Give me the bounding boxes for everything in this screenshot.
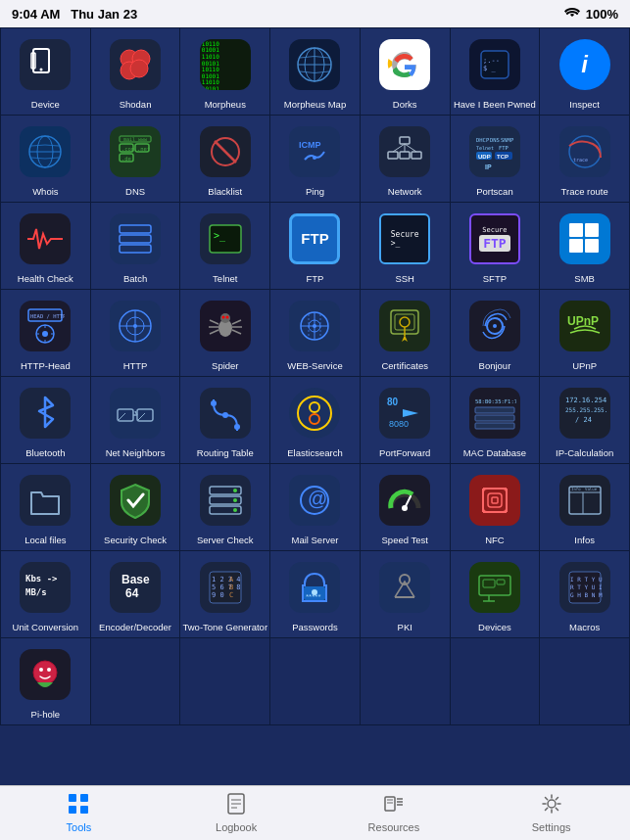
grid-item-morpheus-map[interactable]: Morpheus Map (270, 28, 360, 115)
grid-item-portforward[interactable]: 80 8080 PortForward (361, 377, 450, 463)
pi-hole-icon (25, 655, 65, 694)
tab-bar: Tools Logbook Resources (0, 785, 630, 840)
dns-label: DNS (93, 186, 178, 197)
svg-text:HEAD / HTTP/1.1: HEAD / HTTP/1.1 (30, 313, 65, 319)
grid-item-elasticsearch[interactable]: Elasticsearch (270, 377, 360, 463)
svg-point-155 (400, 575, 410, 584)
grid-item-shodan[interactable]: Shodan (91, 28, 180, 115)
grid-item-bonjour[interactable]: Bonjour (451, 290, 540, 376)
grid-item-macros[interactable]: I R T Y U R T Y U I G H B N M Macros (540, 551, 629, 637)
grid-item-batch[interactable]: Batch (91, 203, 180, 289)
tab-logbook[interactable]: Logbook (158, 789, 315, 837)
net-neighbors-label: Net Neighbors (93, 447, 178, 458)
grid-item-inspect[interactable]: i Inspect (540, 28, 629, 115)
grid-item-unit-conversion[interactable]: Kbs -> MB/s Unit Conversion (1, 551, 90, 637)
grid-item-mac-database[interactable]: 58:B0:35:F1:7A:55 MAC Database (451, 377, 540, 463)
pki-label: PKI (363, 622, 448, 632)
svg-rect-125 (483, 489, 507, 512)
tab-tools[interactable]: Tools (0, 789, 158, 837)
grid-item-pi-hole[interactable]: Pi-hole (1, 638, 90, 724)
svg-point-104 (310, 414, 319, 424)
grid-item-dorks[interactable]: Dorks (361, 28, 450, 115)
grid-item-devices[interactable]: Devices (451, 551, 540, 637)
two-tone-icon: 1 2 3 4 5 6 7 8 9 0 A B C (206, 568, 245, 607)
grid-item-server-check[interactable]: Server Check (180, 464, 269, 550)
grid-item-infos[interactable]: Info Value Infos (540, 464, 629, 550)
grid-item-device[interactable]: Device (1, 28, 90, 115)
svg-text:5 6 7 8: 5 6 7 8 (212, 583, 241, 591)
ftp-text: FTP (301, 230, 328, 247)
portscan-icon: DHCP DNS SNMP Telnet FTP UDP TCP IP (473, 130, 516, 173)
svg-text:UDP: UDP (478, 154, 491, 160)
grid-item-healthcheck[interactable]: Health Check (1, 203, 90, 289)
svg-text:/ 24: / 24 (575, 416, 592, 424)
grid-item-speed-test[interactable]: Speed Test (361, 464, 450, 550)
grid-item-ping[interactable]: ICMP Ping (270, 116, 360, 202)
svg-rect-110 (475, 415, 514, 421)
grid-item-morpheus[interactable]: 1011001001110100010110110010011101000101… (180, 28, 269, 115)
two-tone-label: Two-Tone Generator (182, 622, 267, 632)
macros-label: Macros (542, 622, 627, 632)
grid-item-http-head[interactable]: HEAD / HTTP/1.1 HTTP-Head (1, 290, 90, 376)
grid-item-hibp[interactable]: ;.-- $ _ Have I Been Pwned (451, 28, 540, 115)
encoder-decoder-icon: Base 64 (114, 566, 157, 609)
grid-item-sftp[interactable]: Secure FTP SFTP (451, 203, 540, 289)
grid-empty-2 (180, 638, 269, 724)
grid-item-ip-calculation[interactable]: 172.16.254.1 255.255.255.0 / 24 IP-Calcu… (540, 377, 629, 463)
app-grid: Device Shodan 10110010011101000101101100… (0, 27, 630, 725)
grid-item-telnet[interactable]: >_ Telnet (180, 203, 269, 289)
grid-item-security-check[interactable]: Security Check (91, 464, 180, 550)
grid-item-blacklist[interactable]: Blacklist (180, 116, 269, 202)
svg-text:58:B0:35:F1:7A:55: 58:B0:35:F1:7A:55 (475, 398, 516, 404)
svg-point-71 (220, 313, 230, 323)
grid-item-smb[interactable]: SMB (540, 203, 629, 289)
grid-item-routing-table[interactable]: Routing Table (180, 377, 269, 463)
svg-rect-158 (483, 580, 495, 587)
server-check-icon (206, 481, 245, 520)
tab-settings-label: Settings (532, 821, 571, 833)
grid-item-passwords[interactable]: ***** Passwords (270, 551, 360, 637)
grid-item-bluetooth[interactable]: Bluetooth (1, 377, 90, 463)
tab-settings[interactable]: Settings (472, 789, 630, 837)
grid-item-encoder-decoder[interactable]: Base 64 Encoder/Decoder (91, 551, 180, 637)
morpheus-matrix: 1011001001110100010110110010011101000101 (200, 39, 251, 90)
shodan-label: Shodan (93, 99, 178, 110)
tab-resources[interactable]: Resources (315, 789, 473, 837)
tab-resources-label: Resources (368, 821, 420, 833)
grid-item-traceroute[interactable]: trace Trace route (540, 116, 629, 202)
grid-item-ftp[interactable]: FTP FTP (270, 203, 360, 289)
svg-marker-90 (402, 335, 408, 342)
network-icon (385, 132, 424, 171)
grid-empty-1 (91, 638, 180, 724)
grid-item-ssh[interactable]: Secure>_ SSH (361, 203, 450, 289)
grid-empty-3 (270, 638, 360, 724)
svg-rect-56 (585, 239, 599, 253)
svg-line-35 (405, 144, 416, 152)
svg-text:;.--: ;.-- (483, 57, 500, 65)
upnp-icon: UPnP (564, 305, 606, 347)
grid-item-certificates[interactable]: Certificates (361, 290, 450, 376)
grid-item-net-neighbors[interactable]: Net Neighbors (91, 377, 180, 463)
grid-item-mail-server[interactable]: @ Mail Server (270, 464, 360, 550)
svg-point-93 (493, 324, 497, 328)
http-head-label: HTTP-Head (3, 360, 88, 371)
svg-text:ICMP: ICMP (299, 140, 321, 150)
grid-item-upnp[interactable]: UPnP UPnP (540, 290, 629, 376)
svg-text:8080: 8080 (389, 419, 409, 429)
svg-text:172.16.254.1: 172.16.254.1 (565, 397, 606, 404)
grid-item-whois[interactable]: Whois (1, 116, 90, 202)
grid-item-local-files[interactable]: Local files (1, 464, 90, 550)
grid-item-two-tone[interactable]: 1 2 3 4 5 6 7 8 9 0 A B C Two-Tone Gener… (180, 551, 269, 637)
grid-item-web-service[interactable]: WEB-Service (270, 290, 360, 376)
grid-item-network[interactable]: Network (361, 116, 450, 202)
grid-item-portscan[interactable]: DHCP DNS SNMP Telnet FTP UDP TCP IP Port… (451, 116, 540, 202)
blacklist-icon (206, 132, 245, 171)
grid-item-dns[interactable]: .com .de .net mail www DNS (91, 116, 180, 202)
security-check-icon (116, 481, 155, 520)
svg-line-74 (210, 320, 218, 324)
svg-text:B: B (229, 583, 233, 591)
grid-item-http[interactable]: HTTP (91, 290, 180, 376)
grid-item-pki[interactable]: PKI (361, 551, 450, 637)
grid-item-nfc[interactable]: NFC (451, 464, 540, 550)
grid-item-spider[interactable]: Spider (180, 290, 269, 376)
